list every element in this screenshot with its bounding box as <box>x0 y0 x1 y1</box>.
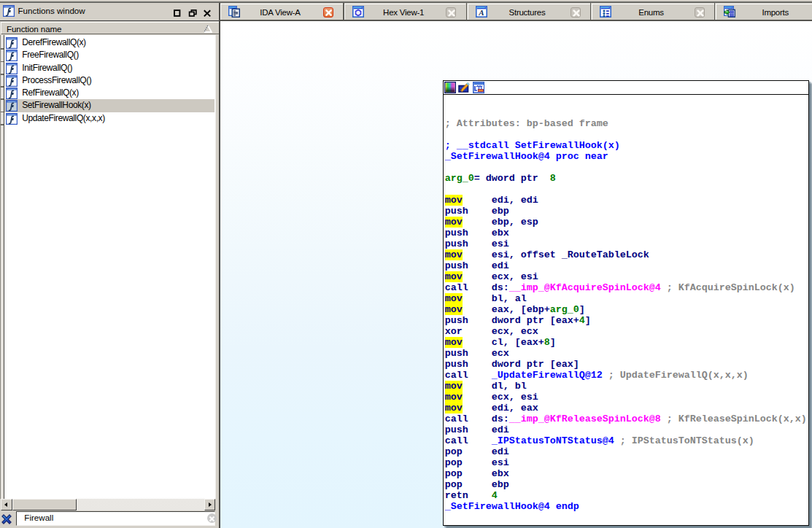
svg-text:A: A <box>478 8 484 17</box>
